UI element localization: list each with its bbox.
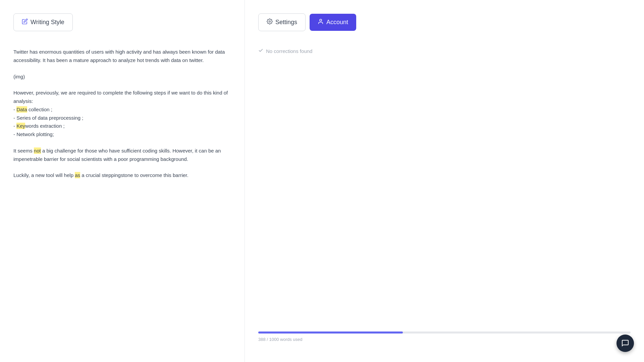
account-label: Account bbox=[326, 19, 348, 26]
right-toolbar: Settings Account bbox=[245, 13, 644, 31]
progress-bar-fill bbox=[258, 331, 403, 334]
check-icon bbox=[258, 48, 263, 54]
account-button[interactable]: Account bbox=[310, 14, 356, 31]
bottom-section: 388 / 1000 words used bbox=[245, 325, 644, 349]
no-corrections-text: No corrections found bbox=[266, 48, 312, 54]
paragraph-2: (img) bbox=[13, 73, 231, 81]
paragraph-1: Twitter has enormous quantities of users… bbox=[13, 48, 231, 65]
chat-button[interactable] bbox=[616, 335, 634, 352]
highlight-as: as bbox=[75, 172, 80, 178]
settings-button[interactable]: Settings bbox=[258, 13, 306, 31]
settings-icon bbox=[267, 18, 273, 26]
account-icon bbox=[318, 18, 324, 26]
highlight-not: not bbox=[34, 147, 41, 154]
svg-point-1 bbox=[320, 19, 322, 21]
left-panel: Writing Style Twitter has enormous quant… bbox=[0, 0, 245, 362]
document-content: Twitter has enormous quantities of users… bbox=[0, 41, 245, 349]
highlight-key: Key bbox=[16, 123, 25, 129]
writing-style-button[interactable]: Writing Style bbox=[13, 13, 73, 31]
paragraph-4: It seems not a big challenge for those w… bbox=[13, 147, 231, 164]
words-used-label: 388 / 1000 words used bbox=[258, 337, 631, 342]
paragraph-3: However, previously, we are required to … bbox=[13, 89, 231, 139]
no-corrections-section: No corrections found bbox=[245, 41, 644, 61]
writing-style-label: Writing Style bbox=[31, 19, 64, 26]
highlight-data: Data bbox=[16, 106, 27, 113]
chat-icon bbox=[621, 339, 629, 347]
edit-icon bbox=[22, 18, 28, 26]
svg-point-0 bbox=[269, 21, 271, 22]
right-panel: Settings Account No corrections found 38… bbox=[245, 0, 644, 362]
settings-label: Settings bbox=[275, 19, 297, 26]
left-toolbar: Writing Style bbox=[0, 13, 245, 31]
paragraph-5: Luckily, a new tool will help as a cruci… bbox=[13, 171, 231, 180]
progress-bar-container bbox=[258, 331, 631, 334]
